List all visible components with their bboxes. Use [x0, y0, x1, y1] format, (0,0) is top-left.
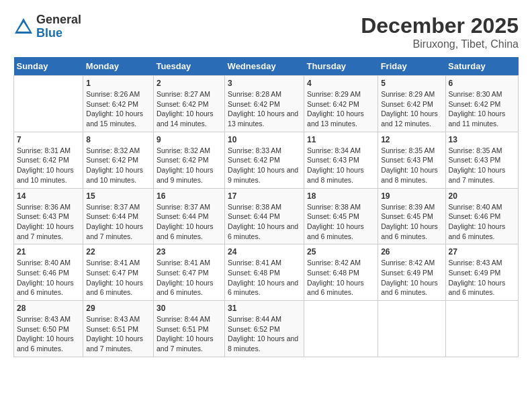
calendar-cell [304, 301, 378, 357]
header-friday: Friday [378, 57, 445, 76]
day-number: 12 [381, 135, 442, 144]
calendar-subtitle: Biruxong, Tibet, China [361, 38, 519, 50]
calendar-cell [14, 76, 83, 132]
day-number: 30 [157, 304, 222, 313]
day-number: 11 [307, 135, 375, 144]
day-number: 15 [86, 191, 150, 201]
calendar-cell: 9Sunrise: 8:32 AMSunset: 6:42 PMDaylight… [153, 132, 224, 188]
calendar-week-row: 21Sunrise: 8:40 AMSunset: 6:46 PMDayligh… [14, 244, 519, 301]
day-info: Sunrise: 8:30 AMSunset: 6:42 PMDaylight:… [449, 89, 515, 129]
calendar-cell: 16Sunrise: 8:37 AMSunset: 6:44 PMDayligh… [153, 188, 224, 244]
day-number: 19 [381, 191, 442, 201]
day-number: 3 [228, 79, 301, 88]
calendar-cell: 23Sunrise: 8:41 AMSunset: 6:47 PMDayligh… [153, 244, 224, 301]
day-info: Sunrise: 8:29 AMSunset: 6:42 PMDaylight:… [381, 89, 442, 129]
day-info: Sunrise: 8:31 AMSunset: 6:42 PMDaylight:… [17, 146, 80, 185]
day-number: 31 [228, 304, 301, 313]
calendar-week-row: 14Sunrise: 8:36 AMSunset: 6:43 PMDayligh… [14, 188, 519, 244]
day-number: 23 [157, 247, 222, 257]
calendar-cell: 18Sunrise: 8:38 AMSunset: 6:45 PMDayligh… [304, 188, 378, 244]
calendar-cell: 30Sunrise: 8:44 AMSunset: 6:51 PMDayligh… [153, 301, 224, 357]
calendar-cell: 29Sunrise: 8:43 AMSunset: 6:51 PMDayligh… [83, 301, 154, 357]
day-number: 21 [17, 247, 80, 257]
day-info: Sunrise: 8:28 AMSunset: 6:42 PMDaylight:… [228, 89, 301, 129]
day-number: 9 [157, 135, 222, 144]
day-number: 13 [449, 135, 515, 144]
calendar-cell: 15Sunrise: 8:37 AMSunset: 6:44 PMDayligh… [83, 188, 154, 244]
calendar-cell: 27Sunrise: 8:43 AMSunset: 6:49 PMDayligh… [445, 244, 518, 301]
calendar-cell: 25Sunrise: 8:42 AMSunset: 6:48 PMDayligh… [304, 244, 378, 301]
day-number: 5 [381, 79, 442, 88]
calendar-cell [378, 301, 445, 357]
day-number: 1 [86, 79, 150, 88]
calendar-cell: 20Sunrise: 8:40 AMSunset: 6:46 PMDayligh… [445, 188, 518, 244]
calendar-table: SundayMondayTuesdayWednesdayThursdayFrid… [13, 57, 519, 357]
day-info: Sunrise: 8:27 AMSunset: 6:42 PMDaylight:… [157, 89, 222, 129]
calendar-cell: 13Sunrise: 8:35 AMSunset: 6:43 PMDayligh… [445, 132, 518, 188]
calendar-cell: 8Sunrise: 8:32 AMSunset: 6:42 PMDaylight… [83, 132, 154, 188]
day-info: Sunrise: 8:40 AMSunset: 6:46 PMDaylight:… [17, 258, 80, 298]
day-number: 18 [307, 191, 375, 201]
day-info: Sunrise: 8:39 AMSunset: 6:45 PMDaylight:… [381, 202, 442, 242]
calendar-header-row: SundayMondayTuesdayWednesdayThursdayFrid… [14, 57, 519, 76]
day-info: Sunrise: 8:40 AMSunset: 6:46 PMDaylight:… [449, 202, 515, 242]
header-sunday: Sunday [14, 57, 83, 76]
day-info: Sunrise: 8:36 AMSunset: 6:43 PMDaylight:… [17, 202, 80, 242]
calendar-cell: 2Sunrise: 8:27 AMSunset: 6:42 PMDaylight… [153, 76, 224, 132]
day-info: Sunrise: 8:29 AMSunset: 6:42 PMDaylight:… [307, 89, 375, 129]
day-info: Sunrise: 8:44 AMSunset: 6:52 PMDaylight:… [228, 314, 301, 354]
calendar-title: December 2025 [361, 13, 519, 38]
day-number: 27 [449, 247, 515, 257]
day-info: Sunrise: 8:32 AMSunset: 6:42 PMDaylight:… [157, 146, 222, 185]
calendar-cell: 17Sunrise: 8:38 AMSunset: 6:44 PMDayligh… [225, 188, 304, 244]
day-number: 20 [449, 191, 515, 201]
day-number: 22 [86, 247, 150, 257]
day-info: Sunrise: 8:33 AMSunset: 6:42 PMDaylight:… [228, 146, 301, 185]
calendar-cell: 7Sunrise: 8:31 AMSunset: 6:42 PMDaylight… [14, 132, 83, 188]
day-info: Sunrise: 8:37 AMSunset: 6:44 PMDaylight:… [157, 202, 222, 242]
day-number: 10 [228, 135, 301, 144]
calendar-week-row: 28Sunrise: 8:43 AMSunset: 6:50 PMDayligh… [14, 301, 519, 357]
calendar-cell: 26Sunrise: 8:42 AMSunset: 6:49 PMDayligh… [378, 244, 445, 301]
day-info: Sunrise: 8:34 AMSunset: 6:43 PMDaylight:… [307, 146, 375, 185]
day-info: Sunrise: 8:37 AMSunset: 6:44 PMDaylight:… [86, 202, 150, 242]
day-info: Sunrise: 8:41 AMSunset: 6:48 PMDaylight:… [228, 258, 301, 298]
calendar-cell: 4Sunrise: 8:29 AMSunset: 6:42 PMDaylight… [304, 76, 378, 132]
day-info: Sunrise: 8:41 AMSunset: 6:47 PMDaylight:… [86, 258, 150, 298]
calendar-cell: 5Sunrise: 8:29 AMSunset: 6:42 PMDaylight… [378, 76, 445, 132]
logo-text: General Blue [36, 13, 81, 40]
day-number: 24 [228, 247, 301, 257]
calendar-cell: 14Sunrise: 8:36 AMSunset: 6:43 PMDayligh… [14, 188, 83, 244]
header-wednesday: Wednesday [225, 57, 304, 76]
day-number: 25 [307, 247, 375, 257]
day-number: 2 [157, 79, 222, 88]
day-number: 6 [449, 79, 515, 88]
calendar-cell: 21Sunrise: 8:40 AMSunset: 6:46 PMDayligh… [14, 244, 83, 301]
calendar-cell: 10Sunrise: 8:33 AMSunset: 6:42 PMDayligh… [225, 132, 304, 188]
day-number: 28 [17, 304, 80, 313]
day-info: Sunrise: 8:44 AMSunset: 6:51 PMDaylight:… [157, 314, 222, 354]
day-info: Sunrise: 8:38 AMSunset: 6:45 PMDaylight:… [307, 202, 375, 242]
calendar-cell: 12Sunrise: 8:35 AMSunset: 6:43 PMDayligh… [378, 132, 445, 188]
calendar-week-row: 1Sunrise: 8:26 AMSunset: 6:42 PMDaylight… [14, 76, 519, 132]
header-monday: Monday [83, 57, 154, 76]
calendar-cell: 22Sunrise: 8:41 AMSunset: 6:47 PMDayligh… [83, 244, 154, 301]
day-info: Sunrise: 8:38 AMSunset: 6:44 PMDaylight:… [228, 202, 301, 242]
calendar-cell: 19Sunrise: 8:39 AMSunset: 6:45 PMDayligh… [378, 188, 445, 244]
day-info: Sunrise: 8:41 AMSunset: 6:47 PMDaylight:… [157, 258, 222, 298]
day-info: Sunrise: 8:43 AMSunset: 6:49 PMDaylight:… [449, 258, 515, 298]
calendar-week-row: 7Sunrise: 8:31 AMSunset: 6:42 PMDaylight… [14, 132, 519, 188]
page-header: General Blue December 2025 Biruxong, Tib… [13, 13, 519, 50]
day-number: 4 [307, 79, 375, 88]
logo: General Blue [13, 13, 81, 40]
day-info: Sunrise: 8:32 AMSunset: 6:42 PMDaylight:… [86, 146, 150, 185]
calendar-cell: 3Sunrise: 8:28 AMSunset: 6:42 PMDaylight… [225, 76, 304, 132]
logo-general: General [36, 13, 81, 27]
calendar-cell: 28Sunrise: 8:43 AMSunset: 6:50 PMDayligh… [14, 301, 83, 357]
day-number: 16 [157, 191, 222, 201]
logo-icon [13, 17, 34, 37]
header-tuesday: Tuesday [153, 57, 224, 76]
calendar-cell: 31Sunrise: 8:44 AMSunset: 6:52 PMDayligh… [225, 301, 304, 357]
calendar-cell: 11Sunrise: 8:34 AMSunset: 6:43 PMDayligh… [304, 132, 378, 188]
logo-blue: Blue [36, 27, 81, 40]
